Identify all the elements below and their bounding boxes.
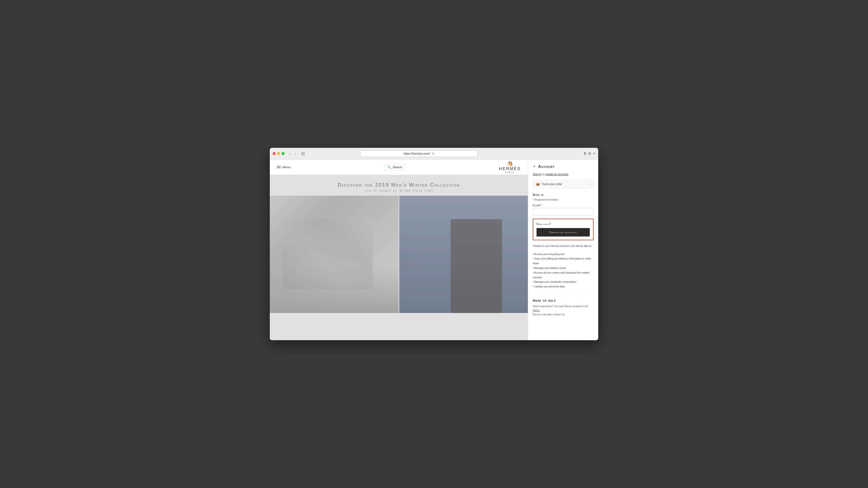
sign-in-section-title: Sign in	[533, 193, 593, 196]
help-contact-text: But you can also contact us:	[533, 312, 593, 317]
browser-content: Menu 🔍 Search 🐴 HERMÈS PARIS Discover th…	[270, 159, 598, 340]
benefit-item-4: Access all your orders and download the …	[533, 271, 593, 280]
hero-image-left	[270, 196, 399, 313]
hamburger-line-3	[277, 168, 281, 169]
url-text: https://hermes.com/	[403, 152, 430, 155]
minimize-traffic-light[interactable]	[277, 152, 280, 155]
email-label: E-mail *	[533, 204, 593, 207]
sign-in-link[interactable]: Sign in	[533, 173, 541, 176]
share-button[interactable]: ⬆	[583, 151, 587, 156]
faqs-link[interactable]: FAQs.	[533, 309, 540, 312]
site-header: Menu 🔍 Search 🐴 HERMÈS PARIS	[270, 159, 528, 175]
browser-chrome: ‹ › ⊟ https://hermes.com/ ↻ ⬆ ⧉ +	[270, 148, 598, 159]
hamburger-icon	[277, 166, 281, 169]
create-account-button[interactable]: Create an account	[536, 228, 590, 237]
track-order-left: 📦 Track your order	[536, 182, 562, 186]
benefit-item-2: Save your billing and delivery informati…	[533, 256, 593, 266]
hermes-paris-text: PARIS	[499, 171, 521, 174]
benefit-item-6: Update your personal data	[533, 284, 593, 289]
tab-overview-button[interactable]: ⧉	[588, 152, 591, 156]
browser-actions: ⬆ ⧉ +	[583, 151, 595, 156]
account-panel: × Account Sign in or create an account. …	[528, 159, 598, 340]
track-order-row[interactable]: 📦 Track your order ›	[533, 180, 593, 189]
menu-label: Menu	[282, 165, 291, 169]
hermes-logo: 🐴 HERMÈS PARIS	[499, 161, 521, 174]
benefits-list: Access your shopping cart Save your bill…	[533, 252, 593, 289]
hero-subtitle: Live on January 19, at 8pm (Paris time)	[365, 189, 433, 192]
track-icon: 📦	[536, 182, 540, 186]
maximize-traffic-light[interactable]	[281, 152, 285, 155]
or-text: or	[541, 173, 546, 176]
hero-image-right	[399, 196, 528, 313]
hamburger-line-1	[277, 166, 281, 166]
back-button[interactable]: ‹	[288, 151, 292, 157]
benefits-intro-text: Thanks to your Hermès account, you will …	[533, 244, 593, 248]
menu-button[interactable]: Menu	[277, 165, 291, 169]
panel-title: Account	[538, 164, 555, 169]
help-text-1: Have a question? You may find an answer …	[533, 305, 588, 308]
benefit-item-1: Access your shopping cart	[533, 252, 593, 257]
traffic-lights	[273, 152, 285, 155]
track-order-label: Track your order	[542, 183, 562, 186]
search-button[interactable]: 🔍 Search	[384, 164, 405, 171]
hero-images	[270, 196, 528, 313]
new-user-box: New user? Create an account	[533, 219, 593, 240]
nav-buttons: ‹ ›	[288, 151, 298, 157]
hero-title: Discover the 2019 Men's Winter Collectio…	[338, 182, 460, 188]
create-account-link[interactable]: create an account.	[546, 173, 569, 176]
benefit-item-3: Manage your address book	[533, 266, 593, 271]
refresh-button[interactable]: ↻	[432, 152, 435, 156]
search-label: Search	[393, 165, 402, 169]
help-paragraph: Have a question? You may find an answer …	[533, 304, 593, 312]
chevron-right-icon: ›	[590, 183, 590, 186]
close-panel-button[interactable]: ×	[533, 164, 536, 169]
required-info: * Required information	[533, 198, 593, 201]
sign-in-link-row: Sign in or create an account.	[533, 173, 593, 176]
address-bar[interactable]: https://hermes.com/ ↻	[360, 150, 477, 157]
search-icon: 🔍	[387, 165, 391, 169]
new-user-title: New user?	[536, 222, 590, 226]
help-title: Here to help	[533, 299, 593, 302]
hero-area: Discover the 2019 Men's Winter Collectio…	[270, 175, 528, 340]
hermes-logo-text: HERMÈS	[499, 166, 521, 171]
forward-button[interactable]: ›	[293, 151, 297, 157]
panel-header: × Account	[533, 164, 593, 169]
sidebar-toggle-button[interactable]: ⊟	[299, 150, 307, 157]
email-input[interactable]	[533, 208, 593, 215]
browser-window: ‹ › ⊟ https://hermes.com/ ↻ ⬆ ⧉ +	[270, 148, 598, 340]
here-to-help: Here to help Have a question? You may fi…	[533, 295, 593, 317]
hermes-horse-icon: 🐴	[499, 161, 521, 166]
website: Menu 🔍 Search 🐴 HERMÈS PARIS Discover th…	[270, 159, 528, 340]
close-traffic-light[interactable]	[273, 152, 276, 155]
new-tab-button[interactable]: +	[593, 151, 595, 156]
hamburger-line-2	[277, 167, 281, 167]
benefit-item-5: Manage your newsletter subscription	[533, 280, 593, 284]
